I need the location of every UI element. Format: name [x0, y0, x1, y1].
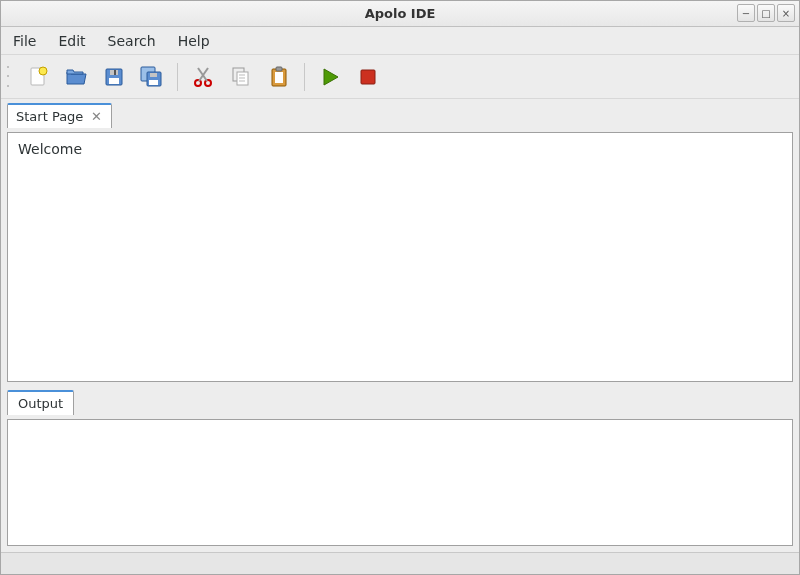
- tab-close-icon[interactable]: ✕: [89, 110, 103, 124]
- save-all-button[interactable]: [137, 62, 167, 92]
- svg-point-2: [39, 67, 47, 75]
- new-file-icon: [26, 65, 50, 89]
- menu-help[interactable]: Help: [176, 31, 212, 51]
- welcome-text: Welcome: [18, 141, 82, 157]
- copy-icon: [229, 65, 253, 89]
- window-title: Apolo IDE: [365, 6, 436, 21]
- content-area: Start Page ✕ Welcome Output: [1, 99, 799, 552]
- clipboard-icon: [267, 65, 291, 89]
- floppy-icon: [102, 65, 126, 89]
- editor-tabs: Start Page ✕: [7, 103, 793, 128]
- stop-button[interactable]: [353, 62, 383, 92]
- run-button[interactable]: [315, 62, 345, 92]
- tab-start-page[interactable]: Start Page ✕: [7, 103, 112, 128]
- minimize-button[interactable]: −: [737, 4, 755, 22]
- tab-output[interactable]: Output: [7, 390, 74, 415]
- svg-rect-6: [114, 70, 116, 75]
- new-file-button[interactable]: [23, 62, 53, 92]
- save-button[interactable]: [99, 62, 129, 92]
- tab-label: Start Page: [16, 109, 83, 124]
- cut-button[interactable]: [188, 62, 218, 92]
- close-window-button[interactable]: ×: [777, 4, 795, 22]
- svg-rect-4: [109, 78, 119, 84]
- statusbar: [1, 552, 799, 574]
- toolbar-separator: [304, 63, 305, 91]
- floppy-multi-icon: [139, 65, 165, 89]
- toolbar-grip: [7, 63, 13, 91]
- stop-icon: [356, 65, 380, 89]
- open-file-button[interactable]: [61, 62, 91, 92]
- svg-rect-24: [361, 70, 375, 84]
- svg-rect-9: [149, 80, 158, 85]
- menubar: File Edit Search Help: [1, 27, 799, 55]
- svg-rect-22: [276, 67, 282, 71]
- bottom-tabs: Output: [7, 390, 793, 415]
- output-area[interactable]: [7, 419, 793, 546]
- window-controls: − □ ×: [737, 4, 795, 22]
- maximize-button[interactable]: □: [757, 4, 775, 22]
- svg-marker-23: [324, 69, 338, 85]
- svg-rect-10: [150, 73, 157, 77]
- menu-edit[interactable]: Edit: [56, 31, 87, 51]
- menu-file[interactable]: File: [11, 31, 38, 51]
- menu-search[interactable]: Search: [106, 31, 158, 51]
- play-icon: [318, 65, 342, 89]
- tab-label: Output: [18, 396, 63, 411]
- svg-rect-21: [275, 72, 283, 83]
- paste-button[interactable]: [264, 62, 294, 92]
- copy-button[interactable]: [226, 62, 256, 92]
- editor-area[interactable]: Welcome: [7, 132, 793, 382]
- toolbar: [1, 55, 799, 99]
- folder-open-icon: [64, 65, 88, 89]
- scissors-icon: [191, 65, 215, 89]
- toolbar-separator: [177, 63, 178, 91]
- titlebar: Apolo IDE − □ ×: [1, 1, 799, 27]
